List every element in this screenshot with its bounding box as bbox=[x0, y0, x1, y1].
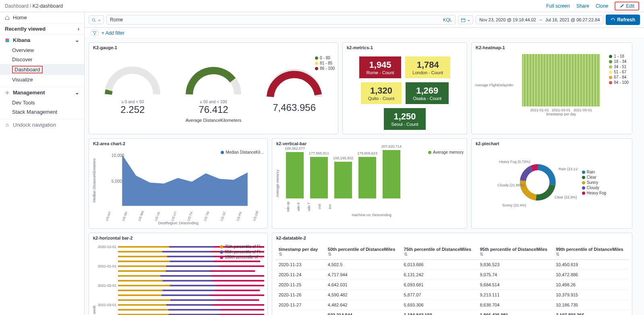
sidebar-item-dashboard[interactable]: Dashboard bbox=[0, 64, 84, 75]
chevron-down-icon: ⌄ bbox=[75, 37, 79, 43]
top-bar: Dashboard / K2-dashboard Full screen Sha… bbox=[0, 0, 644, 12]
sidebar-management-header[interactable]: Management ⌄ bbox=[0, 87, 84, 98]
filter-options-button[interactable] bbox=[90, 29, 99, 36]
table-row: 2020-11-244,717.9446,131.2429,075.7410,4… bbox=[275, 270, 629, 280]
sidebar-item-devtools[interactable]: Dev Tools bbox=[0, 98, 84, 107]
refresh-icon bbox=[611, 17, 615, 22]
pie-legend: Rain Clear Sunny Cloudy Heavy Fog bbox=[582, 170, 606, 196]
query-input-wrap[interactable]: Rome KQL bbox=[106, 15, 456, 25]
metric-card: 1,320 Quito - Count bbox=[361, 82, 402, 104]
panel-gauge: K2-gauge-1 0 - 80 81 - 85 86 - 100 ≥ 0 a… bbox=[89, 42, 338, 134]
gauge-1: ≥ 0 and < 50 2.252 bbox=[100, 54, 165, 115]
table-header[interactable]: 75th percentile of DistanceMiles ⇅ bbox=[401, 244, 477, 260]
svg-point-0 bbox=[7, 92, 8, 93]
table-row: 2020-11-234,502.56,013.6869,836.52310,45… bbox=[275, 260, 629, 270]
gauge-2: ≥ 50 and < 100 76.412 bbox=[181, 54, 246, 115]
pencil-icon bbox=[619, 4, 624, 8]
gauge-legend: 0 - 80 81 - 85 86 - 100 bbox=[315, 56, 335, 71]
panel-area: K2-area chart-2 Median DistanceKil… Medi… bbox=[89, 138, 268, 229]
area-plot: 10,000 5,000 bbox=[96, 150, 264, 211]
table-header[interactable]: timestamp per day ⇅ bbox=[275, 244, 325, 260]
sidebar-item-discover[interactable]: Discover bbox=[0, 55, 84, 64]
svg-text:Heavy Fog (9.73%): Heavy Fog (9.73%) bbox=[499, 160, 530, 164]
metric-card: 1,250 Seoul - Count bbox=[384, 108, 425, 130]
add-filter-link[interactable]: + Add filter bbox=[101, 30, 124, 36]
dashboard-grid: K2-gauge-1 0 - 80 81 - 85 86 - 100 ≥ 0 a… bbox=[85, 38, 644, 315]
table-header[interactable]: 95th percentile of DistanceMiles ⇅ bbox=[476, 244, 553, 260]
sidebar-undock[interactable]: Undock navigation bbox=[0, 119, 84, 130]
table-row: 2020-11-264,590.4825,877.079,213.11110,3… bbox=[275, 290, 629, 300]
home-icon bbox=[5, 15, 10, 20]
full-screen-link[interactable]: Full screen bbox=[546, 3, 570, 9]
query-input[interactable]: Rome bbox=[110, 17, 123, 23]
date-quick-button[interactable]: ⌄ bbox=[458, 15, 473, 24]
filter-icon bbox=[92, 31, 97, 35]
svg-point-2 bbox=[92, 19, 95, 21]
breadcrumb: Dashboard / K2-dashboard bbox=[5, 3, 63, 9]
date-range-picker[interactable]: Nov 23, 2020 @ 19:18:44.02 → Jul 16, 202… bbox=[476, 15, 603, 24]
refresh-button[interactable]: Refresh bbox=[606, 15, 640, 25]
panel-datatable: k2-datatable-2 timestamp per day ⇅50th p… bbox=[272, 233, 632, 315]
kibana-logo-icon bbox=[5, 38, 10, 43]
calendar-icon bbox=[461, 18, 466, 23]
chevron-right-icon: › bbox=[78, 26, 79, 32]
pie-plot: Rain (23.11%) Clear (22.9%) Sunny (22.4%… bbox=[497, 150, 578, 215]
search-options-button[interactable]: ⌄ bbox=[89, 15, 104, 24]
svg-text:Clear (22.9%): Clear (22.9%) bbox=[555, 195, 577, 199]
sidebar-item-overview[interactable]: Overview bbox=[0, 46, 84, 55]
gauge-caption: Average DistanceKilometers bbox=[92, 118, 335, 123]
heatmap-plot bbox=[522, 54, 600, 106]
metric-card: 1,269 Osaka - Count bbox=[406, 82, 449, 104]
gear-icon bbox=[5, 90, 10, 95]
lock-icon bbox=[5, 123, 10, 127]
chevron-down-icon: ⌄ bbox=[75, 90, 79, 96]
filter-bar: + Add filter bbox=[85, 28, 644, 38]
breadcrumb-root[interactable]: Dashboard bbox=[5, 3, 29, 9]
vbars: 199,362,577 177,865,811 158,195,802 179,… bbox=[280, 150, 464, 198]
table-header[interactable]: 50th percentile of DistanceMiles ⇅ bbox=[325, 244, 401, 260]
kql-label[interactable]: KQL bbox=[443, 17, 452, 22]
sidebar: Home Recently viewed › Kibana ⌄ Overview… bbox=[0, 12, 85, 315]
metric-card: 1,945 Rome - Count bbox=[359, 56, 401, 78]
svg-text:Cloudy (21.86%): Cloudy (21.86%) bbox=[497, 183, 524, 187]
query-bar: ⌄ Rome KQL ⌄ Nov 23, 2020 @ 19:18:44.02 … bbox=[85, 12, 644, 28]
sidebar-item-visualize[interactable]: Visualize bbox=[0, 75, 84, 84]
clone-link[interactable]: Clone bbox=[596, 3, 608, 9]
table-row: 2020-11-274,482.6425,693.3068,638.70410,… bbox=[275, 300, 629, 310]
svg-rect-1 bbox=[6, 125, 8, 127]
sidebar-kibana-header[interactable]: Kibana ⌄ bbox=[0, 35, 84, 46]
panel-hbar: k2-horizontal bar-2 75th percentile of F… bbox=[89, 233, 268, 315]
edit-button[interactable]: Edit bbox=[615, 2, 639, 10]
workspace: ⌄ Rome KQL ⌄ Nov 23, 2020 @ 19:18:44.02 … bbox=[85, 12, 644, 315]
heatmap-legend: 1 - 18 18 - 34 34 - 51 51 - 67 67 - 84 8… bbox=[609, 54, 629, 116]
table-header[interactable]: 99th percentile of DistanceMiles ⇅ bbox=[553, 244, 629, 260]
svg-rect-3 bbox=[462, 19, 465, 22]
panel-metrics: k2-metrics-1 1,945 Rome - Count 1,784 Lo… bbox=[342, 42, 467, 134]
sidebar-recently-viewed[interactable]: Recently viewed › bbox=[0, 23, 84, 34]
data-table: timestamp per day ⇅50th percentile of Di… bbox=[275, 244, 629, 315]
top-actions: Full screen Share Clone Edit bbox=[546, 2, 639, 10]
panel-heatmap: K2-heatmap-1 Average FlightDelayMin 2021… bbox=[471, 42, 632, 134]
table-row: 2020-11-254,642.0316,093.6819,684.51410,… bbox=[275, 280, 629, 290]
panel-pie: k2-piechart Rain (23.11%) bbox=[471, 138, 632, 229]
metric-card: 1,784 London - Count bbox=[405, 56, 450, 78]
svg-text:5,000: 5,000 bbox=[112, 179, 122, 184]
sidebar-home[interactable]: Home bbox=[0, 12, 84, 23]
share-link[interactable]: Share bbox=[576, 3, 589, 9]
breadcrumb-current: K2-dashboard bbox=[33, 3, 63, 9]
search-icon bbox=[91, 18, 96, 23]
sidebar-item-stackmgmt[interactable]: Stack Management bbox=[0, 107, 84, 117]
svg-text:Sunny (22.4%): Sunny (22.4%) bbox=[502, 203, 526, 207]
panel-vertical-bar: k2-vertical-bar Average memory Average m… bbox=[272, 138, 467, 229]
svg-text:Rain (23.11%): Rain (23.11%) bbox=[559, 167, 578, 171]
panel-title: K2-gauge-1 bbox=[89, 43, 338, 52]
